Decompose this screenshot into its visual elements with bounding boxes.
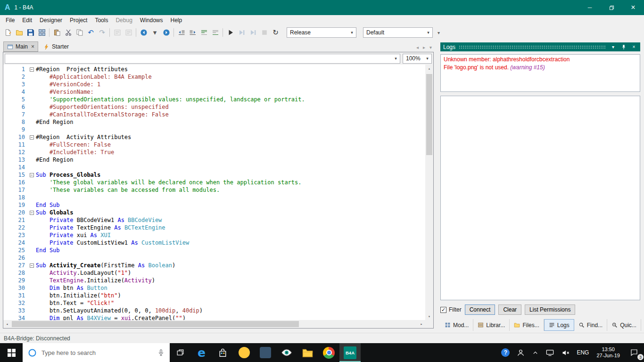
menu-windows[interactable]: Windows [136, 16, 167, 25]
panel-tab-find[interactable]: Find... [574, 319, 607, 331]
filter-checkbox[interactable]: ✓ [440, 307, 446, 313]
panel-tab-logs[interactable]: Logs [544, 319, 574, 331]
undo-button[interactable]: ↶ [85, 27, 96, 38]
uncomment-button[interactable] [210, 27, 221, 38]
taskbar-app-edge[interactable]: e [191, 343, 212, 362]
comment-button[interactable] [198, 27, 209, 38]
code-line[interactable]: 25End Sub [3, 247, 425, 254]
editor-body[interactable]: 1−#Region Project Attributes2 #Applicati… [3, 65, 433, 328]
list-permissions-button[interactable]: List Permissions [525, 304, 575, 315]
code-line[interactable]: 24 Private CustomListView1 As CustomList… [3, 239, 425, 247]
titlebar[interactable]: A 1 - B4A ─ × [0, 0, 644, 15]
code-line[interactable]: 26 [3, 254, 425, 262]
taskbar-app-store[interactable] [212, 343, 233, 362]
code-line[interactable]: 5 'SupportedOrientations possible values… [3, 96, 425, 103]
code-line[interactable]: 14 [3, 164, 425, 171]
code-line[interactable]: 33 btn.SetLayoutAnimated(0, 0, 0, 100dip… [3, 307, 425, 314]
menu-project[interactable]: Project [66, 16, 91, 25]
find-button[interactable] [112, 27, 123, 38]
default-configuration-dropdown[interactable]: Default ▾ [363, 27, 433, 38]
build-configuration-dropdown[interactable]: Release ▾ [287, 27, 356, 38]
save-all-button[interactable] [36, 27, 47, 38]
indent-button[interactable] [187, 27, 198, 38]
tray-chevron-up-button[interactable] [528, 349, 542, 356]
new-module-button[interactable] [2, 27, 13, 38]
panel-tab-quick[interactable]: Quic... [607, 319, 641, 331]
taskbar-app-eye[interactable] [276, 343, 297, 362]
replace-button[interactable] [123, 27, 134, 38]
redo-button[interactable]: ↷ [97, 27, 107, 38]
fold-toggle-icon[interactable]: − [28, 262, 36, 269]
save-button[interactable] [25, 27, 36, 38]
close-button[interactable]: × [622, 0, 644, 15]
code-line[interactable]: 12 #IncludeTitle: True [3, 148, 425, 156]
step-button[interactable] [248, 27, 258, 38]
stop-button[interactable] [259, 27, 270, 38]
toolbar-overflow-button[interactable]: ▾ [438, 30, 440, 35]
start-button[interactable] [0, 343, 23, 362]
run-button[interactable] [225, 27, 236, 38]
log-output-errors[interactable]: Unknown member: alphathresholdforcbcextr… [440, 54, 640, 92]
code-line[interactable]: 17 'These variables can be accessed from… [3, 186, 425, 194]
fold-toggle-icon[interactable]: − [28, 66, 36, 73]
code-line[interactable]: 27−Sub Activity_Create(FirstTime As Bool… [3, 262, 425, 269]
connect-button[interactable]: Connect [465, 304, 495, 315]
navigate-forward-button[interactable] [161, 27, 172, 38]
code-line[interactable]: 3 #VersionCode: 1 [3, 81, 425, 88]
code-line[interactable]: 15−Sub Process_Globals [3, 171, 425, 179]
code-line[interactable]: 21 Private BBCodeView1 As BBCodeView [3, 216, 425, 224]
action-center-button[interactable]: 3 [624, 343, 644, 362]
taskbar-app-yellow-app[interactable] [233, 343, 255, 362]
code-line[interactable]: 19End Sub [3, 201, 425, 209]
taskbar-app-chrome[interactable] [318, 343, 339, 362]
tray-people-button[interactable] [513, 348, 528, 357]
scroll-up-icon[interactable]: ▴ [425, 65, 433, 72]
code-line[interactable]: 18 [3, 194, 425, 201]
microphone-icon[interactable] [157, 349, 165, 357]
code-line[interactable]: 4 #VersionName: [3, 88, 425, 96]
tray-help-button[interactable]: ? [498, 348, 513, 357]
navigate-back-menu[interactable]: ▾ [149, 27, 160, 38]
fold-toggle-icon[interactable]: − [28, 209, 36, 216]
code-line[interactable]: 1−#Region Project Attributes [3, 66, 425, 73]
maximize-restore-button[interactable] [601, 0, 622, 15]
tab-main[interactable]: Main× [3, 41, 38, 52]
code-line[interactable]: 16 'These global variables will be decla… [3, 179, 425, 186]
horizontal-scroll-thumb[interactable] [12, 321, 299, 327]
minimize-button[interactable]: ─ [579, 0, 601, 15]
zoom-dropdown[interactable]: 100% ▾ [403, 54, 432, 64]
panel-tab-modules[interactable]: Mod... [440, 319, 473, 331]
panel-tab-files[interactable]: Files... [510, 319, 544, 331]
pin-icon[interactable] [620, 44, 627, 50]
task-view-button[interactable] [170, 343, 191, 362]
log-output[interactable] [440, 96, 640, 300]
logs-panel-header[interactable]: Logs ▾ × [440, 42, 640, 51]
vertical-scroll-thumb[interactable] [426, 74, 432, 155]
cut-button[interactable] [63, 27, 74, 38]
menu-debug[interactable]: Debug [112, 16, 136, 25]
clock[interactable]: 13:50 27-Jun-19 [592, 343, 624, 362]
close-tab-icon[interactable]: × [31, 43, 34, 50]
search-box[interactable]: Type here to search [23, 343, 170, 362]
code-line[interactable]: 31 btn.Initialize("btn") [3, 292, 425, 299]
code-line[interactable]: 29 TextEngine.Initialize(Activity) [3, 277, 425, 284]
editor-vertical-scrollbar[interactable]: ▴ ▾ [425, 65, 433, 320]
panel-tab-libraries[interactable]: Librar... [473, 319, 510, 331]
menu-help[interactable]: Help [167, 16, 186, 25]
taskbar-app-b4a[interactable]: B4A [339, 343, 361, 362]
close-panel-icon[interactable]: × [630, 44, 637, 49]
menu-designer[interactable]: Designer [36, 16, 66, 25]
code-line[interactable]: 28 Activity.LoadLayout("1") [3, 269, 425, 277]
language-indicator[interactable]: ENG [573, 343, 592, 362]
clear-button[interactable]: Clear [498, 304, 521, 315]
code-line[interactable]: 23 Private xui As XUI [3, 231, 425, 239]
code-line[interactable]: 6 #SupportedOrientations: unspecified [3, 103, 425, 111]
member-navigation-dropdown[interactable]: ▾ [5, 54, 400, 64]
editor-horizontal-scrollbar[interactable]: ◂ ▸ [3, 320, 425, 328]
menu-tools[interactable]: Tools [91, 16, 112, 25]
open-project-button[interactable] [14, 27, 25, 38]
code-line[interactable]: 9 [3, 126, 425, 133]
scroll-tabs-right-button[interactable]: ▸ [423, 45, 425, 50]
resume-button[interactable] [236, 27, 247, 38]
window-position-icon[interactable]: ▾ [610, 44, 617, 49]
